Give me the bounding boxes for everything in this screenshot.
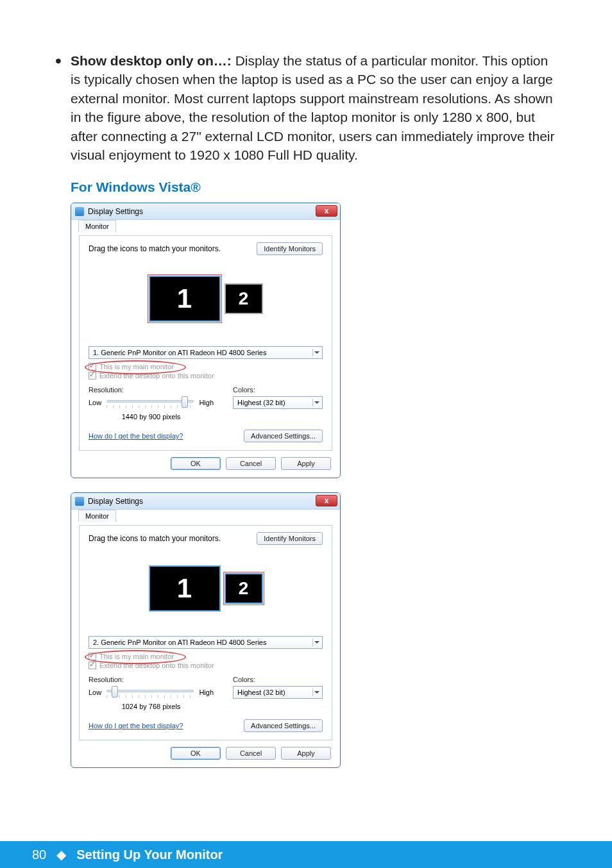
page-number: 80 [32,847,46,862]
ok-button[interactable]: OK [171,457,221,470]
resolution-value: 1024 by 768 pixels [89,703,214,710]
cancel-button[interactable]: Cancel [226,747,276,760]
bullet-body: Display the status of a particular monit… [71,53,554,162]
bullet-dot-icon: • [51,51,71,164]
close-icon: x [325,206,329,215]
tab-monitor[interactable]: Monitor [78,510,116,522]
resolution-slider[interactable] [106,396,194,409]
slider-low-label: Low [89,399,101,406]
slider-high-label: High [199,689,214,696]
section-title: Setting Up Your Monitor [76,847,223,862]
monitor-1-icon[interactable]: 1 [149,565,221,612]
display-settings-dialog-1: Display Settings x Monitor Drag the icon… [71,203,341,478]
main-monitor-label: This is my main monitor [99,363,174,371]
window-title: Display Settings [88,497,143,506]
checkbox-extend-desktop [89,372,96,380]
extend-desktop-label: Extend the desktop onto this monitor [99,372,214,380]
subheading-os: For Windows Vista® [71,179,561,195]
colors-value: Highest (32 bit) [237,689,285,696]
monitor-1-icon[interactable]: 1 [149,276,221,322]
display-settings-dialog-2: Display Settings x Monitor Drag the icon… [71,492,341,768]
apply-button[interactable]: Apply [281,457,331,470]
slider-thumb-icon[interactable] [112,686,118,697]
monitor-select-value: 1. Generic PnP Monitor on ATI Radeon HD … [93,349,266,356]
monitor-arrangement-area[interactable]: 1 2 [108,260,303,337]
bullet-lead: Show desktop only on…: [71,53,232,68]
titlebar: Display Settings x [71,493,340,510]
colors-value: Highest (32 bit) [237,399,285,406]
close-button[interactable]: x [316,205,337,217]
colors-label: Colors: [233,386,323,394]
colors-dropdown[interactable]: Highest (32 bit) [233,396,323,409]
monitor-2-icon[interactable]: 2 [225,283,263,314]
colors-dropdown[interactable]: Highest (32 bit) [233,686,323,699]
extend-desktop-label: Extend the desktop onto this monitor [99,662,214,669]
advanced-settings-button[interactable]: Advanced Settings... [244,430,323,442]
tab-monitor[interactable]: Monitor [78,220,116,232]
app-icon [75,207,84,216]
identify-monitors-button[interactable]: Identify Monitors [257,532,323,545]
ok-button[interactable]: OK [171,747,221,760]
monitor-arrangement-area[interactable]: 1 2 [108,550,303,627]
cancel-button[interactable]: Cancel [226,457,276,470]
monitor-2-icon[interactable]: 2 [225,573,263,604]
page-footer: 80 ◆ Setting Up Your Monitor [0,841,612,868]
main-monitor-checkbox-row: This is my main monitor [89,653,323,660]
monitor-select-dropdown[interactable]: 1. Generic PnP Monitor on ATI Radeon HD … [89,346,323,359]
close-button[interactable]: x [316,495,337,506]
slider-low-label: Low [89,689,101,696]
monitor-select-dropdown[interactable]: 2. Generic PnP Monitor on ATI Radeon HD … [89,636,323,649]
bullet-text: Show desktop only on…: Display the statu… [71,51,561,164]
chevron-down-icon [312,349,320,356]
drag-instruction: Drag the icons to match your monitors. [89,244,221,253]
checkbox-extend-desktop [89,662,96,669]
diamond-icon: ◆ [56,847,66,862]
bullet-item: • Show desktop only on…: Display the sta… [51,51,561,164]
checkbox-main-monitor [89,653,96,660]
resolution-label: Resolution: [89,676,214,683]
main-monitor-label: This is my main monitor [99,653,174,660]
chevron-down-icon [312,689,320,696]
help-link[interactable]: How do I get the best display? [89,432,183,440]
app-icon [75,497,84,506]
titlebar: Display Settings x [71,203,340,220]
resolution-label: Resolution: [89,386,214,394]
chevron-down-icon [312,638,320,646]
main-monitor-checkbox-row: This is my main monitor [89,363,323,371]
resolution-slider[interactable] [106,686,194,699]
extend-desktop-checkbox-row: Extend the desktop onto this monitor [89,662,323,669]
identify-monitors-button[interactable]: Identify Monitors [257,242,323,255]
advanced-settings-button[interactable]: Advanced Settings... [244,719,323,732]
help-link[interactable]: How do I get the best display? [89,722,183,730]
chevron-down-icon [312,399,320,406]
colors-label: Colors: [233,676,323,683]
checkbox-main-monitor [89,363,96,371]
extend-desktop-checkbox-row: Extend the desktop onto this monitor [89,372,323,380]
resolution-value: 1440 by 900 pixels [89,413,214,421]
close-icon: x [325,496,329,505]
window-title: Display Settings [88,207,143,216]
slider-thumb-icon[interactable] [182,396,188,408]
monitor-select-value: 2. Generic PnP Monitor on ATI Radeon HD … [93,638,266,646]
apply-button[interactable]: Apply [281,747,331,760]
drag-instruction: Drag the icons to match your monitors. [89,534,221,543]
slider-high-label: High [199,399,214,406]
